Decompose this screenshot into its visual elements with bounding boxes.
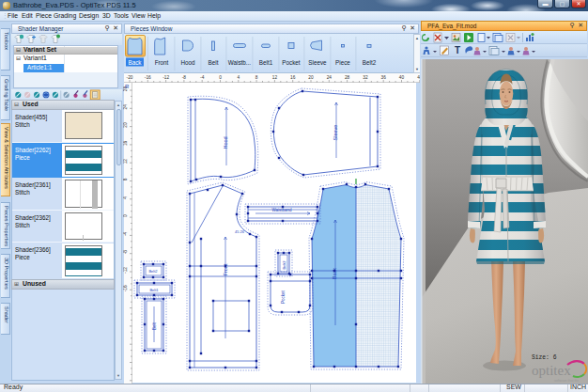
svg-text:Hood: Hood bbox=[180, 59, 195, 66]
svg-text:-16: -16 bbox=[145, 75, 151, 80]
svg-text:40: 40 bbox=[399, 75, 405, 80]
svg-text:0: 0 bbox=[123, 214, 128, 217]
svg-text:-8: -8 bbox=[123, 250, 128, 255]
svg-text:-4: -4 bbox=[123, 231, 128, 236]
svg-text:-12: -12 bbox=[123, 267, 128, 274]
svg-text:Front: Front bbox=[155, 59, 169, 66]
svg-text:Back: Back bbox=[129, 59, 143, 66]
svg-text:24: 24 bbox=[123, 104, 128, 110]
svg-text:Belt: Belt bbox=[209, 59, 219, 66]
svg-text:-8: -8 bbox=[182, 75, 187, 80]
svg-text:0: 0 bbox=[219, 75, 222, 80]
svg-text:Pocket: Pocket bbox=[282, 59, 301, 66]
svg-text:-12: -12 bbox=[162, 75, 169, 80]
svg-text:optitex: optitex bbox=[532, 363, 571, 378]
svg-text:4: 4 bbox=[123, 196, 128, 199]
svg-text:32: 32 bbox=[363, 75, 368, 80]
svg-text:16: 16 bbox=[123, 140, 128, 146]
svg-text:36: 36 bbox=[381, 75, 387, 80]
svg-text:20: 20 bbox=[308, 75, 314, 80]
svg-text:-20: -20 bbox=[127, 75, 133, 80]
svg-text:8: 8 bbox=[123, 178, 128, 180]
svg-text:16: 16 bbox=[290, 75, 296, 80]
svg-text:12: 12 bbox=[123, 159, 128, 165]
svg-text:20: 20 bbox=[123, 122, 128, 128]
svg-text:-16: -16 bbox=[123, 285, 128, 291]
svg-text:24: 24 bbox=[327, 75, 333, 80]
svg-text:4: 4 bbox=[237, 75, 240, 80]
svg-text:Belt2: Belt2 bbox=[363, 59, 377, 66]
svg-text:Piece: Piece bbox=[335, 59, 350, 66]
svg-text:28: 28 bbox=[345, 75, 350, 80]
svg-text:Belt1: Belt1 bbox=[259, 59, 273, 66]
svg-text:8: 8 bbox=[255, 75, 258, 80]
svg-text:Sleeve: Sleeve bbox=[308, 59, 327, 66]
svg-text:12: 12 bbox=[272, 75, 278, 80]
svg-text:software that fits: software that fits bbox=[554, 379, 579, 383]
svg-text:-4: -4 bbox=[200, 75, 205, 80]
svg-text:T: T bbox=[455, 45, 460, 55]
svg-text:Waistb...: Waistb... bbox=[228, 59, 252, 66]
